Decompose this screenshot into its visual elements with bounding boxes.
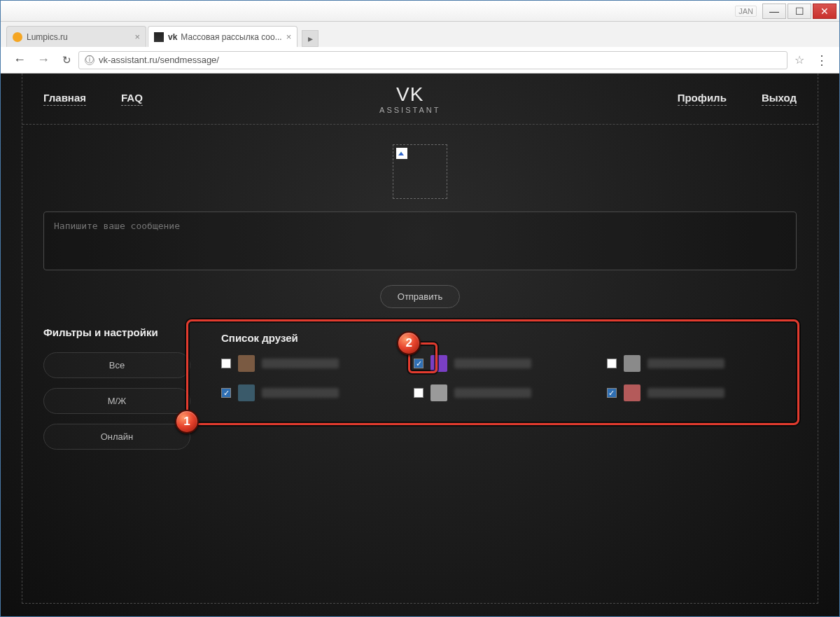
site-info-icon[interactable]: ⓘ bbox=[85, 55, 94, 65]
logo-sub: ASSISTANT bbox=[379, 106, 440, 114]
friend-avatar bbox=[238, 355, 255, 372]
friend-avatar bbox=[430, 355, 447, 372]
site-logo: VK ASSISTANT bbox=[379, 83, 440, 114]
close-window-button[interactable]: ✕ bbox=[813, 4, 836, 19]
friend-item[interactable] bbox=[607, 355, 783, 372]
friend-name-blurred bbox=[454, 359, 531, 368]
forward-button[interactable]: → bbox=[31, 53, 55, 67]
site-header: Главная FAQ VK ASSISTANT Профиль Выход bbox=[22, 74, 818, 125]
favicon-icon bbox=[13, 32, 22, 42]
friend-name-blurred bbox=[454, 388, 531, 398]
close-tab-icon[interactable]: × bbox=[130, 32, 140, 42]
friend-name-blurred bbox=[648, 359, 724, 368]
friend-item[interactable] bbox=[221, 355, 397, 372]
browser-toolbar: ← → ↻ ⓘ vk-assistant.ru/sendmessage/ ☆ ⋮ bbox=[1, 47, 839, 74]
filter-gender-button[interactable]: М/Ж bbox=[43, 388, 190, 414]
nav-link-faq[interactable]: FAQ bbox=[121, 92, 143, 106]
tab-prefix: vk bbox=[168, 32, 177, 42]
maximize-button[interactable]: ☐ bbox=[788, 4, 811, 19]
url-text: vk-assistant.ru/sendmessage/ bbox=[99, 55, 219, 65]
address-bar[interactable]: ⓘ vk-assistant.ru/sendmessage/ bbox=[78, 51, 788, 69]
friend-checkbox[interactable] bbox=[414, 388, 424, 398]
back-button[interactable]: ← bbox=[8, 53, 31, 67]
filters-title: Фильтры и настройки bbox=[43, 326, 190, 338]
nav-link-logout[interactable]: Выход bbox=[762, 92, 797, 106]
page-content: Главная FAQ VK ASSISTANT Профиль Выход О… bbox=[1, 74, 839, 617]
friend-avatar bbox=[624, 355, 640, 372]
filter-all-button[interactable]: Все bbox=[43, 352, 190, 378]
friend-item[interactable]: 2 bbox=[414, 355, 589, 372]
minimize-button[interactable]: — bbox=[762, 4, 786, 19]
window-titlebar: JAN — ☐ ✕ bbox=[1, 1, 839, 22]
friend-checkbox[interactable] bbox=[607, 359, 617, 368]
friend-item[interactable] bbox=[414, 384, 589, 401]
lang-indicator: JAN bbox=[735, 6, 757, 17]
bookmark-star-icon[interactable]: ☆ bbox=[788, 53, 811, 67]
tab-vk-assistant[interactable]: vk Массовая рассылка соо... × bbox=[148, 26, 298, 47]
friend-avatar bbox=[430, 384, 447, 401]
friend-checkbox[interactable] bbox=[607, 388, 617, 398]
new-tab-button[interactable]: ▸ bbox=[302, 30, 318, 47]
friend-name-blurred bbox=[262, 359, 339, 368]
filter-online-button[interactable]: Онлайн bbox=[43, 424, 190, 450]
tab-lumpics[interactable]: Lumpics.ru × bbox=[6, 26, 146, 47]
close-tab-icon[interactable]: × bbox=[282, 32, 292, 42]
nav-link-profile[interactable]: Профиль bbox=[678, 92, 727, 106]
friend-checkbox[interactable] bbox=[414, 359, 424, 368]
friend-name-blurred bbox=[648, 388, 724, 398]
tab-title: Lumpics.ru bbox=[27, 32, 68, 42]
browser-tabs: Lumpics.ru × vk Массовая рассылка соо...… bbox=[1, 22, 839, 47]
nav-link-home[interactable]: Главная bbox=[43, 92, 86, 106]
tab-title: Массовая рассылка соо... bbox=[181, 32, 281, 42]
filters-sidebar: Фильтры и настройки Все М/Ж Онлайн bbox=[43, 322, 190, 459]
friend-item[interactable] bbox=[607, 384, 783, 401]
logo-main: VK bbox=[379, 83, 440, 106]
friends-list-panel: 1 Список друзей 2 bbox=[207, 322, 797, 422]
message-input[interactable] bbox=[43, 212, 797, 270]
header-left-nav: Главная FAQ bbox=[43, 92, 143, 106]
friend-avatar bbox=[624, 384, 640, 401]
profile-avatar-placeholder bbox=[393, 144, 447, 199]
broken-image-icon bbox=[396, 148, 407, 159]
send-button[interactable]: Отправить bbox=[380, 285, 460, 308]
favicon-icon bbox=[154, 32, 164, 42]
friend-item[interactable] bbox=[221, 384, 397, 401]
reload-button[interactable]: ↻ bbox=[55, 54, 78, 67]
friends-list-title: Список друзей bbox=[221, 332, 783, 344]
friend-checkbox[interactable] bbox=[221, 359, 231, 368]
header-right-nav: Профиль Выход bbox=[678, 92, 797, 106]
friend-avatar bbox=[238, 384, 255, 401]
browser-menu-icon[interactable]: ⋮ bbox=[811, 53, 832, 68]
friend-name-blurred bbox=[262, 388, 339, 398]
friend-checkbox[interactable] bbox=[221, 388, 231, 398]
